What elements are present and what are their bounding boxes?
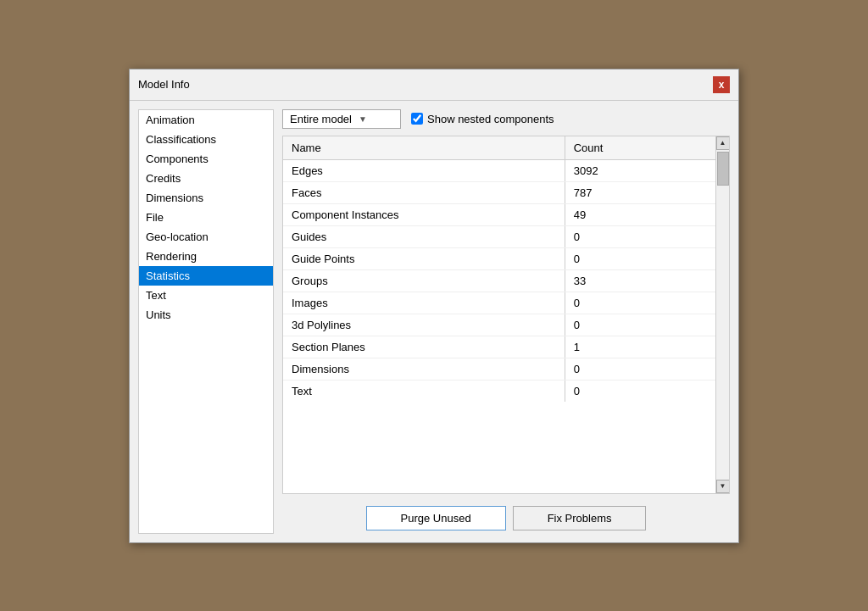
purge-unused-button[interactable]: Purge Unused — [366, 506, 506, 530]
table-row: Faces787 — [283, 181, 729, 203]
table-cell-count: 0 — [565, 380, 729, 402]
table-row: Text0 — [283, 380, 729, 402]
table-cell-count: 0 — [565, 225, 729, 247]
table-cell-count: 0 — [565, 292, 729, 314]
table-cell-count: 49 — [565, 203, 729, 225]
table-cell-count: 33 — [565, 269, 729, 292]
table-row: Edges3092 — [283, 159, 729, 181]
table-row: Section Planes1 — [283, 336, 729, 358]
table-row: Guide Points0 — [283, 247, 729, 269]
column-header-name: Name — [283, 136, 565, 160]
sidebar-item-classifications[interactable]: Classifications — [139, 130, 273, 149]
table-cell-name: Images — [283, 292, 565, 314]
table-cell-name: Component Instances — [283, 203, 565, 225]
sidebar-item-statistics[interactable]: Statistics — [139, 266, 273, 286]
scroll-thumb[interactable] — [717, 152, 729, 186]
toolbar: Entire model ▼ Show nested components — [282, 109, 730, 129]
table-cell-name: Dimensions — [283, 358, 565, 380]
statistics-table-container: Name Count Edges3092Faces787Component In… — [282, 136, 730, 494]
scroll-down-button[interactable]: ▼ — [716, 480, 730, 493]
table-cell-name: Groups — [283, 269, 565, 292]
sidebar-item-geo-location[interactable]: Geo-location — [139, 227, 273, 247]
sidebar-item-file[interactable]: File — [139, 208, 273, 227]
dropdown-value: Entire model — [290, 113, 352, 125]
dialog-body: AnimationClassificationsComponentsCredit… — [130, 101, 738, 542]
footer-buttons: Purge Unused Fix Problems — [282, 501, 730, 534]
table-cell-name: Edges — [283, 159, 565, 181]
sidebar-item-animation[interactable]: Animation — [139, 110, 273, 130]
table-row: Groups33 — [283, 269, 729, 292]
nested-components-label: Show nested components — [427, 113, 554, 125]
statistics-table: Name Count Edges3092Faces787Component In… — [283, 136, 729, 402]
table-cell-name: Text — [283, 380, 565, 402]
chevron-down-icon: ▼ — [359, 114, 367, 124]
table-cell-name: Faces — [283, 181, 565, 203]
model-info-dialog: Model Info x AnimationClassificationsCom… — [129, 69, 739, 543]
sidebar-item-dimensions[interactable]: Dimensions — [139, 188, 273, 208]
sidebar-item-credits[interactable]: Credits — [139, 169, 273, 188]
model-scope-dropdown[interactable]: Entire model ▼ — [282, 109, 401, 129]
table-cell-name: Guides — [283, 225, 565, 247]
sidebar-item-units[interactable]: Units — [139, 305, 273, 325]
fix-problems-button[interactable]: Fix Problems — [513, 506, 647, 530]
sidebar-item-text[interactable]: Text — [139, 286, 273, 305]
sidebar-item-rendering[interactable]: Rendering — [139, 247, 273, 266]
sidebar: AnimationClassificationsComponentsCredit… — [138, 109, 274, 534]
table-row: Images0 — [283, 292, 729, 314]
table-row: Component Instances49 — [283, 203, 729, 225]
table-cell-name: 3d Polylines — [283, 314, 565, 336]
table-cell-count: 0 — [565, 247, 729, 269]
table-cell-count: 3092 — [565, 159, 729, 181]
table-cell-name: Section Planes — [283, 336, 565, 358]
scroll-up-button[interactable]: ▲ — [716, 136, 730, 150]
column-header-count: Count — [565, 136, 729, 160]
table-row: Dimensions0 — [283, 358, 729, 380]
nested-components-checkbox-label[interactable]: Show nested components — [411, 113, 554, 125]
table-row: Guides0 — [283, 225, 729, 247]
table-cell-count: 1 — [565, 336, 729, 358]
main-content: Entire model ▼ Show nested components — [282, 109, 730, 534]
table-cell-name: Guide Points — [283, 247, 565, 269]
close-button[interactable]: x — [713, 76, 730, 93]
table-cell-count: 787 — [565, 181, 729, 203]
vertical-scrollbar[interactable]: ▲ ▼ — [715, 136, 729, 493]
table-cell-count: 0 — [565, 314, 729, 336]
nested-components-checkbox[interactable] — [411, 113, 423, 125]
table-cell-count: 0 — [565, 358, 729, 380]
title-bar: Model Info x — [130, 69, 738, 101]
table-row: 3d Polylines0 — [283, 314, 729, 336]
dialog-title: Model Info — [138, 78, 190, 91]
sidebar-item-components[interactable]: Components — [139, 149, 273, 169]
